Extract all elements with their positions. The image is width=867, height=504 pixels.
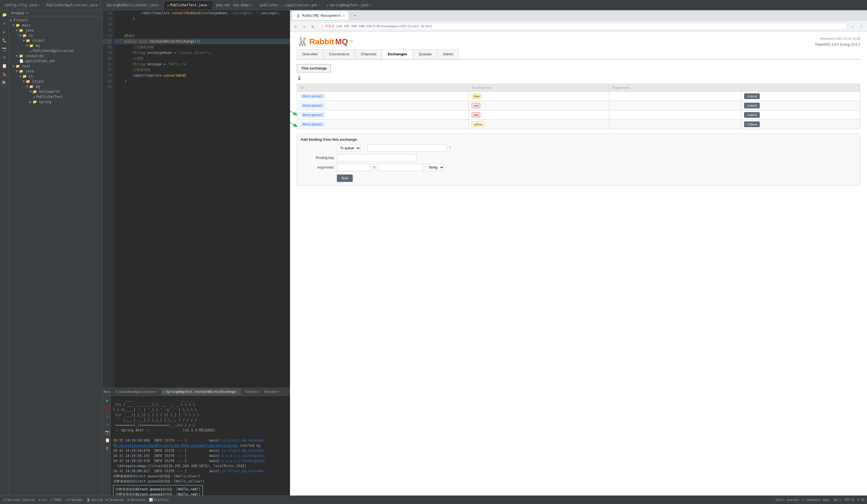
argument-key-input[interactable] [337,164,371,171]
run-tab-console[interactable]: Console [243,388,261,395]
todo-item[interactable]: ☑ TODO [51,498,61,502]
queue-link-4[interactable]: direct.queue2 [300,121,325,127]
to-queue-input[interactable] [367,144,447,152]
sidebar-icon-run[interactable]: ▶ [1,28,8,35]
routing-key-badge-2: red [472,103,480,108]
queue-link-2[interactable]: direct.queue1 [300,103,325,108]
browser-bookmark-btn[interactable]: ☆ [849,23,856,30]
browser-new-tab[interactable]: + [351,11,359,20]
position-item[interactable]: 20:1 [834,498,841,502]
project-panel: Project ▼ ▶ Project ▼ 📁 main ▼ 📁 java ▼ [9,10,103,495]
binding-rk-1: blue [469,92,609,101]
queue-link-1[interactable]: direct.queue1 [300,93,325,99]
nav-exchanges[interactable]: Exchanges [382,50,413,59]
nav-overview[interactable]: Overview [297,50,323,59]
run-tools: ▶ ■ ↑ ↓ 📷 📋 🗑 [103,396,111,495]
tree-item-resources[interactable]: ▼ 📁 resources [9,53,103,58]
tree-item-spring[interactable]: ▶ 📁 spring [9,99,103,105]
status-bar-right: ✓ Tests passed: 1 (moments ago) 20:1 UTF… [772,498,865,502]
encoding-item[interactable]: UTF-8 [844,498,854,502]
tree-item-main[interactable]: ▼ 📁 main [9,23,103,28]
nav-connections[interactable]: Connections [323,50,355,59]
sidebar-icon-tools[interactable]: ⚙ [1,54,8,61]
routing-key-input[interactable] [337,154,416,161]
sidebar-icon-structure[interactable]: ⊞ [1,20,8,27]
sidebar-icon-bookmark[interactable]: 🔖 [1,71,8,78]
run-stop-icon[interactable]: ■ [104,405,111,412]
unbind-btn-2[interactable]: Unbind [744,103,760,108]
code-line: } [114,16,290,22]
problems-item[interactable]: ⚠ Problems [65,498,83,502]
nav-admin[interactable]: Admin [438,50,459,59]
nav-channels[interactable]: Channels [355,50,382,59]
browser-tab-close[interactable]: ✕ [343,14,345,18]
browser-tab-active[interactable]: 🐰 RabbitMQ Management ✕ [292,11,348,20]
code-line: //交换机名称 [114,44,290,50]
tree-item-publisher-test[interactable]: ☕ PublisherTest [9,94,103,99]
browser-toolbar: ← → ↻ ⚠ 不安全 118.195.240.188:15672/#/exch… [290,21,867,32]
browser-refresh-btn[interactable]: ↻ [309,23,316,30]
browser-forward-btn[interactable]: → [301,23,308,30]
run-fold-icon[interactable]: 📋 [104,437,111,443]
tab-spring-rabbit-listener[interactable]: SpringRabbitListener.java × [103,1,164,10]
sidebar-icon-copy[interactable]: 📋 [1,62,8,69]
sidebar-icon-debug[interactable]: 🐛 [1,37,8,44]
run-item[interactable]: ▶ Run [39,498,47,502]
sidebar-icon-search[interactable]: 🔍 [1,79,8,86]
profiler-item[interactable]: 📊 Profiler [149,498,169,502]
tree-item-project[interactable]: ▶ Project [9,18,103,23]
browser-menu-btn[interactable]: ⋮ [858,23,865,30]
tab-publisher-test[interactable]: ☕ PublisherTest.java × [164,1,213,10]
tree-item-test-mq[interactable]: ▼ 📁 mq [9,84,103,89]
run-clear-icon[interactable]: 🗑 [104,445,111,451]
sidebar-icon-project[interactable]: 📁 [1,11,8,18]
argument-value-input[interactable] [378,164,423,171]
tree-item-yml[interactable]: 📄 application.yml [9,58,103,64]
routing-key-badge-3: red [472,112,480,118]
tree-item-itcast[interactable]: ▼ 📁 itcast [9,38,103,43]
tree-item-test-cn[interactable]: ▼ 📁 cn [9,74,103,79]
console-line: 10-31 14:29:54:670 INFO 15376 --- [ main… [113,448,288,453]
to-queue-select[interactable]: To queue [337,144,361,152]
tab-publisher-app[interactable]: PublisherApplication.java × [43,1,104,10]
security-warning-text: 不安全 [325,24,335,28]
sidebar-icon-camera[interactable]: 📷 [1,45,8,52]
run-tab-spring-amqp[interactable]: ▶ SpringAmqpTest.testSendDirectExchange … [161,388,241,395]
terminal-item[interactable]: ⊞ Terminal [106,498,124,502]
tab-config[interactable]: config.nfig.java × [1,1,43,10]
argument-type-select[interactable]: String [425,164,444,171]
unbind-btn-3[interactable]: Unbind [744,112,760,118]
run-rerun-icon[interactable]: ▶ [104,397,111,404]
tree-item-helloworld[interactable]: ▼ 📁 helloworld [9,89,103,94]
unbind-btn-4[interactable]: Unbind [744,121,760,127]
tab-application-yml[interactable]: publisher...\application.yml × [257,1,323,10]
browser-back-btn[interactable]: ← [292,23,299,30]
version-control-item[interactable]: ⎇ Version Control [2,498,35,502]
browser-panel: 🐰 RabbitMQ Management ✕ + ← → ↻ ⚠ 不安全 11… [290,10,867,495]
tab-spring-amqp-test[interactable]: ☕ SpringAmqpTest.java × [323,1,375,10]
spring-item[interactable]: 🍃 Spring [86,498,103,502]
queue-link-3[interactable]: direct.queue2 [300,112,325,118]
run-tab-actuator[interactable]: Actuator [262,388,281,395]
run-down-icon[interactable]: ↓ [104,421,111,428]
tree-item-java[interactable]: ▼ 📁 java [9,28,103,33]
folder-icon: ▶ [10,18,12,22]
run-up-icon[interactable]: ↑ [104,413,111,420]
run-tab-consumer[interactable]: ▶ ConsumerApplication × [114,388,160,395]
tree-item-test-itcast[interactable]: ▼ 📁 itcast [9,79,103,84]
bind-button[interactable]: Bind [337,174,353,182]
code-line [114,84,290,90]
tree-item-test[interactable]: ▼ 📁 test [9,64,103,69]
tree-item-test-java[interactable]: ▼ 📁 java [9,69,103,74]
nav-queues[interactable]: Queues [413,50,437,59]
tree-item-mq[interactable]: ▼ 📁 mq [9,43,103,48]
services-item[interactable]: ⚙ Services [127,498,146,502]
tree-item-cn[interactable]: ▼ 📁 cn [9,33,103,38]
browser-address-bar[interactable]: ⚠ 不安全 118.195.240.188:15672/#/exchanges/… [318,23,848,30]
unbind-btn-1[interactable]: Unbind [744,93,760,99]
run-camera-icon[interactable]: 📷 [104,429,111,436]
folder-icon: ▼ [19,74,21,78]
tab-pom-xml[interactable]: pom.xml (mq-demo) × [213,1,257,10]
indent-item[interactable]: 4 SP [857,498,865,502]
tree-item-publisher-app[interactable]: ☕ PublisherApplication [9,48,103,53]
